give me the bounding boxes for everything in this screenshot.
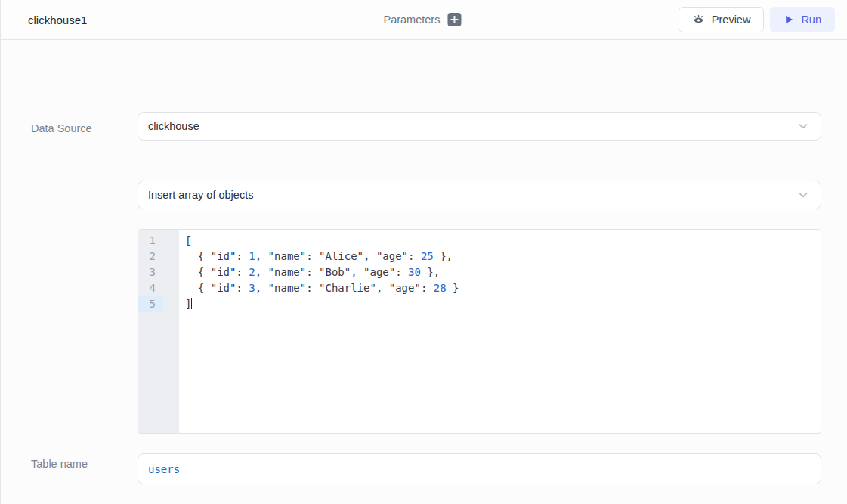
code-line[interactable]: ] [185,296,815,312]
line-number: 4 [138,280,163,296]
line-number: 5 [138,296,163,312]
query-title: clickhouse1 [28,14,87,26]
chevron-down-icon [796,119,810,133]
code-editor-gutter: 12345 [138,230,179,433]
eye-icon [692,14,705,26]
command-select[interactable]: Insert array of objects [138,181,821,209]
text-cursor [191,298,192,309]
code-editor-lines[interactable]: [ { "id": 1, "name": "Alice", "age": 25 … [179,230,821,433]
data-source-select[interactable]: clickhouse [138,112,821,141]
preview-button-label: Preview [712,14,751,26]
code-editor[interactable]: 12345 [ { "id": 1, "name": "Alice", "age… [138,229,821,434]
line-number: 1 [138,233,163,249]
add-parameter-button[interactable] [447,13,461,26]
parameters-section: Parameters [383,0,461,39]
line-number: 3 [138,264,163,280]
run-button-label: Run [801,14,821,26]
data-source-value: clickhouse [148,120,199,132]
preview-button[interactable]: Preview [679,7,765,32]
line-number: 2 [138,249,163,264]
header-actions: Preview Run [679,7,835,32]
code-line[interactable]: { "id": 2, "name": "Bob", "age": 30 }, [185,264,815,280]
command-value: Insert array of objects [148,189,253,201]
query-form: Data Source clickhouse Insert array of o… [1,40,847,503]
table-name-input[interactable] [138,453,821,484]
parameters-label: Parameters [383,14,440,26]
code-line[interactable]: { "id": 3, "name": "Charlie", "age": 28 … [185,280,815,296]
run-button[interactable]: Run [770,7,835,32]
chevron-down-icon [796,188,810,202]
code-line[interactable]: [ [185,233,815,249]
play-icon [784,14,794,25]
code-line[interactable]: { "id": 1, "name": "Alice", "age": 25 }, [185,249,815,264]
data-source-label: Data Source [31,122,92,135]
table-name-label: Table name [31,458,88,470]
header-bar: clickhouse1 Parameters Preview [1,0,847,40]
query-editor-panel: clickhouse1 Parameters Preview [0,0,847,504]
